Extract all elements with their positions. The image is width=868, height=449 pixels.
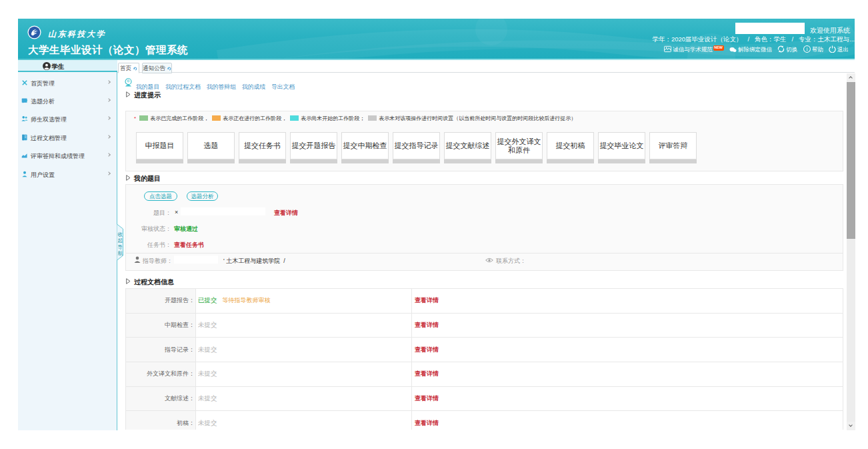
svg-text:i: i <box>806 46 807 52</box>
